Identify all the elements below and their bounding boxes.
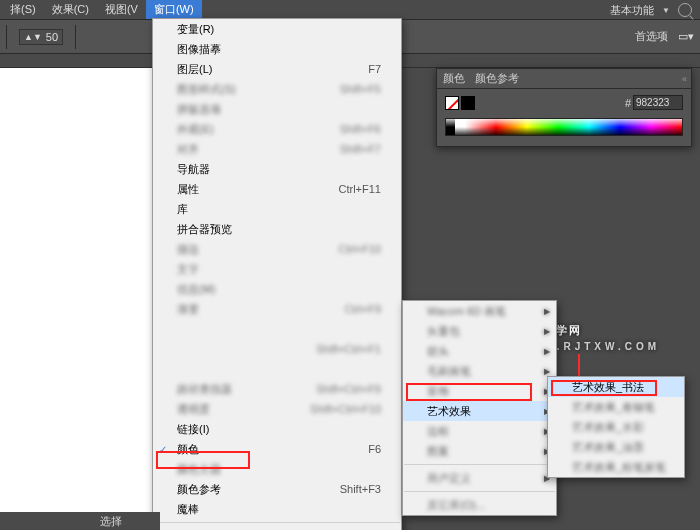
window-menu-item-7[interactable]: 导航器	[153, 159, 401, 179]
artistic-item-2[interactable]: 艺术效果_水彩	[548, 417, 684, 437]
menubar-item-window[interactable]: 窗口(W)	[146, 0, 202, 19]
window-menu-item-3[interactable]: 图形样式(S)Shift+F5	[153, 79, 401, 99]
window-menu-item-4[interactable]: 拼版选项	[153, 99, 401, 119]
color-guide-tab[interactable]: 颜色参考	[475, 71, 519, 86]
panel-collapse-icon[interactable]: «	[682, 74, 687, 84]
artistic-item-0[interactable]: 艺术效果_书法	[548, 377, 684, 397]
stroke-weight-combo[interactable]: ▲▼ 50	[19, 29, 63, 45]
hex-label: #	[625, 97, 631, 109]
brush-library-item-6[interactable]: 边框▶	[403, 421, 556, 441]
window-menu-item-5[interactable]: 外观(E)Shift+F6	[153, 119, 401, 139]
submenu-arrow-icon: ▶	[544, 327, 550, 336]
window-menu: 变量(R)图像描摹图层(L)F7图形样式(S)Shift+F5拼版选项外观(E)…	[152, 18, 402, 530]
menu-item-label: 库	[177, 202, 188, 217]
menu-item-shortcut: F7	[338, 63, 381, 75]
menu-item-label: 属性	[177, 182, 199, 197]
brush-library-item-2[interactable]: 箭头▶	[403, 341, 556, 361]
menu-item-label: 图像描摹	[177, 42, 221, 57]
menu-item-label: 变量(R)	[177, 22, 214, 37]
hex-input[interactable]	[633, 95, 683, 110]
swatch-black[interactable]	[461, 96, 475, 110]
search-icon[interactable]	[678, 3, 692, 17]
window-menu-item-26[interactable]: 图形样式库▶	[153, 526, 401, 530]
menu-item-label: 渐变	[177, 302, 199, 317]
window-menu-item-16[interactable]: Shift+Ctrl+F1	[153, 339, 401, 359]
menu-item-label: 矢量包	[427, 324, 460, 339]
menu-item-shortcut: F6	[338, 443, 381, 455]
menu-item-label: 艺术效果	[427, 404, 471, 419]
window-menu-item-12[interactable]: 文字	[153, 259, 401, 279]
brush-library-item-3[interactable]: 毛刷画笔▶	[403, 361, 556, 381]
menu-item-shortcut: Shift+F6	[310, 123, 381, 135]
menu-item-shortcut: Shift+Ctrl+F1	[286, 343, 381, 355]
brush-library-item-9[interactable]: 用户定义▶	[403, 468, 556, 488]
menu-item-label: 边框	[427, 424, 449, 439]
color-tab[interactable]: 颜色	[443, 71, 465, 86]
color-spectrum[interactable]	[445, 118, 683, 136]
menu-item-label: 信息(M)	[177, 282, 216, 297]
menu-item-label: 对齐	[177, 142, 199, 157]
menu-item-shortcut: Ctrl+F11	[309, 183, 382, 195]
workspace-label[interactable]: 基本功能	[610, 3, 654, 18]
window-menu-item-11[interactable]: 描边Ctrl+F10	[153, 239, 401, 259]
submenu-arrow-icon: ▶	[544, 347, 550, 356]
menu-item-label: 用户定义	[427, 471, 471, 486]
window-menu-item-8[interactable]: 属性Ctrl+F11	[153, 179, 401, 199]
window-menu-item-13[interactable]: 信息(M)	[153, 279, 401, 299]
brush-library-item-4[interactable]: 装饰▶	[403, 381, 556, 401]
chevron-down-icon[interactable]: ▼	[662, 6, 670, 15]
swatch-none[interactable]	[445, 96, 459, 110]
submenu-arrow-icon: ▶	[544, 367, 550, 376]
brush-library-item-11[interactable]: 其它库(O)...	[403, 495, 556, 515]
menu-item-label: 链接(I)	[177, 422, 209, 437]
window-menu-item-1[interactable]: 图像描摹	[153, 39, 401, 59]
menu-item-label: 毛刷画笔	[427, 364, 471, 379]
panel-menu-icon[interactable]: ▭▾	[678, 30, 694, 43]
top-menubar: 择(S) 效果(C) 视图(V 窗口(W) 基本功能 ▼	[0, 0, 700, 20]
menu-item-label: 装饰	[427, 384, 449, 399]
menu-item-shortcut: Shift+F5	[310, 83, 381, 95]
menu-item-shortcut: Ctrl+F10	[309, 243, 382, 255]
menu-item-label: 艺术效果_油墨	[572, 440, 644, 455]
window-menu-item-22[interactable]: 颜色主题	[153, 459, 401, 479]
menu-item-shortcut: Shift+F3	[310, 483, 381, 495]
brush-library-item-5[interactable]: 艺术效果▶	[403, 401, 556, 421]
menu-item-shortcut: Ctrl+F9	[315, 303, 381, 315]
window-menu-item-2[interactable]: 图层(L)F7	[153, 59, 401, 79]
submenu-arrow-icon: ▶	[544, 307, 550, 316]
window-menu-item-18[interactable]: 路径查找器Shift+Ctrl+F9	[153, 379, 401, 399]
brush-library-item-0[interactable]: Wacom 6D 画笔▶	[403, 301, 556, 321]
document-canvas[interactable]	[0, 68, 152, 530]
menubar-item-select[interactable]: 择(S)	[2, 0, 44, 19]
window-menu-item-19[interactable]: 透明度Shift+Ctrl+F10	[153, 399, 401, 419]
menu-item-label: 路径查找器	[177, 382, 232, 397]
window-menu-item-9[interactable]: 库	[153, 199, 401, 219]
menubar-item-view[interactable]: 视图(V	[97, 0, 146, 19]
menu-item-label: 艺术效果_卷轴笔	[572, 400, 655, 415]
menu-item-label: 图形样式(S)	[177, 82, 236, 97]
menu-item-shortcut: Shift+F7	[310, 143, 381, 155]
window-menu-item-14[interactable]: 渐变Ctrl+F9	[153, 299, 401, 319]
menu-item-label: 拼合器预览	[177, 222, 232, 237]
window-menu-item-24[interactable]: 魔棒	[153, 499, 401, 519]
preferences-button[interactable]: 首选项	[635, 29, 668, 44]
artistic-item-4[interactable]: 艺术效果_粉笔炭笔	[548, 457, 684, 477]
window-menu-item-20[interactable]: 链接(I)	[153, 419, 401, 439]
window-menu-item-17[interactable]	[153, 359, 401, 379]
window-menu-item-6[interactable]: 对齐Shift+F7	[153, 139, 401, 159]
brush-library-item-1[interactable]: 矢量包▶	[403, 321, 556, 341]
window-menu-item-21[interactable]: ✓颜色F6	[153, 439, 401, 459]
artistic-item-3[interactable]: 艺术效果_油墨	[548, 437, 684, 457]
brush-library-item-7[interactable]: 图案▶	[403, 441, 556, 461]
window-menu-item-15[interactable]	[153, 319, 401, 339]
menu-item-label: 颜色主题	[177, 462, 221, 477]
window-menu-item-23[interactable]: 颜色参考Shift+F3	[153, 479, 401, 499]
menu-item-label: 颜色参考	[177, 482, 221, 497]
menu-item-label: 图案	[427, 444, 449, 459]
menu-item-label: 外观(E)	[177, 122, 214, 137]
menubar-item-effects[interactable]: 效果(C)	[44, 0, 97, 19]
window-menu-item-0[interactable]: 变量(R)	[153, 19, 401, 39]
stroke-weight-value: 50	[46, 31, 58, 43]
window-menu-item-10[interactable]: 拼合器预览	[153, 219, 401, 239]
artistic-item-1[interactable]: 艺术效果_卷轴笔	[548, 397, 684, 417]
